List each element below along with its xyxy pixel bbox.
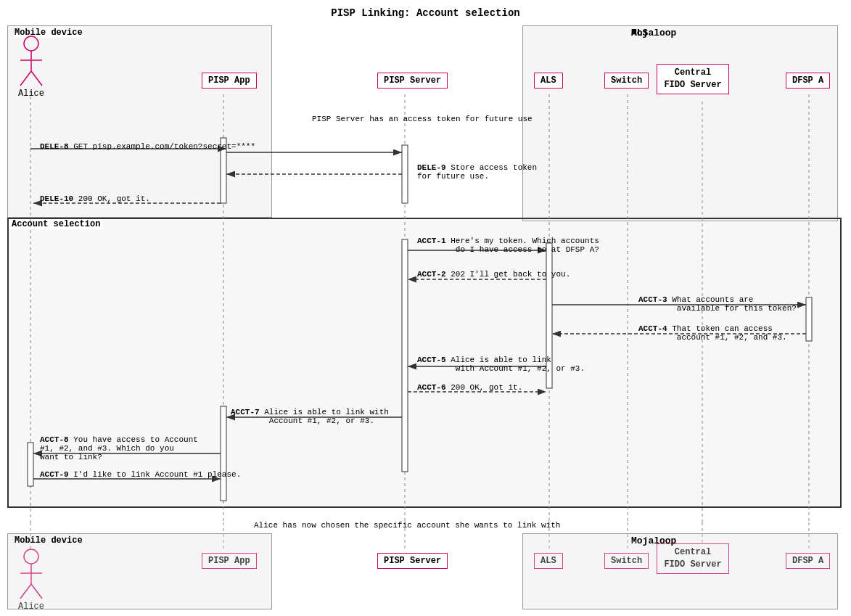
pisp-server-top-box: PISP Server: [377, 73, 448, 89]
alice-top-figure: Alice: [13, 35, 49, 99]
dele8-label: DELE-8 GET pisp.example.com/token?secret…: [40, 142, 255, 151]
account-selection-label: Account selection: [9, 219, 103, 229]
central-fido-top-box: CentralFIDO Server: [657, 64, 729, 94]
acct1-label: ACCT-1 Here's my token. Which accounts d…: [417, 237, 599, 254]
acct8-label: ACCT-8 You have access to Account#1, #2,…: [40, 435, 198, 461]
mojaloop-bottom-group: [522, 533, 838, 609]
pisp-server-bottom-box: PISP Server: [377, 553, 448, 569]
acct5-label: ACCT-5 Alice is able to link with Accoun…: [417, 356, 585, 373]
pisp-app-top-box: PISP App: [202, 73, 257, 89]
svg-rect-11: [402, 145, 408, 203]
mojaloop-group: [522, 25, 838, 221]
als-top-box: ALS: [534, 73, 563, 89]
mojaloop-bottom-label: Mojaloop: [631, 535, 676, 546]
acct3-label: ACCT-3 What accounts are available for t…: [638, 295, 797, 313]
svg-line-38: [20, 71, 31, 86]
acct2-label: ACCT-2 202 I'll get back to you.: [417, 270, 570, 279]
dfsp-a-top-box: DFSP A: [786, 73, 830, 89]
mojaloop-top-label: Mojaloop: [631, 28, 676, 38]
token-note: PISP Server has an access token for futu…: [312, 115, 533, 123]
dele9-label: DELE-9 Store access tokenfor future use.: [417, 163, 537, 181]
diagram-container: PISP Linking: Account selection Mobile d…: [0, 0, 851, 616]
diagram-title: PISP Linking: Account selection: [0, 7, 851, 19]
switch-top-box: Switch: [604, 73, 649, 89]
acct4-label: ACCT-4 That token can access account #1,…: [638, 324, 787, 342]
dele10-label: DELE-10 200 OK, got it.: [40, 194, 150, 203]
acct9-label: ACCT-9 I'd like to link Account #1 pleas…: [40, 470, 241, 479]
acct7-label: ACCT-7 Alice is able to link with Accoun…: [231, 408, 389, 425]
acct6-label: ACCT-6 200 OK, got it.: [417, 383, 522, 392]
mobile-device-bottom-label: Mobile device: [15, 535, 83, 546]
bottom-note: Alice has now chosen the specific accoun…: [254, 521, 560, 530]
alice-top-label: Alice: [13, 89, 49, 99]
svg-line-39: [31, 71, 42, 86]
svg-point-35: [24, 36, 38, 51]
